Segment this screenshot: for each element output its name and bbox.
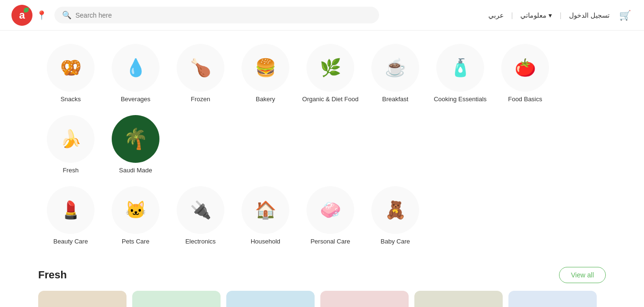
category-emoji-saudi: 🌴	[116, 120, 155, 158]
fresh-section: Fresh View all 🧀🍗🐔🌭🥩🧀	[0, 259, 644, 307]
category-label-fresh: Fresh	[63, 167, 78, 175]
category-emoji-breakfast: ☕	[376, 49, 414, 87]
category-label-household: Household	[251, 238, 280, 246]
login-btn[interactable]: تسجيل الدخول	[569, 11, 610, 19]
product-img-p6: 🧀	[508, 291, 597, 307]
header: a 📍 🔍 عربي | معلوماتي ▾ | تسجيل الدخول 🛒	[0, 0, 644, 31]
category-img-snacks: 🥨	[47, 44, 95, 92]
category-label-personal: Personal Care	[310, 238, 350, 246]
category-label-cooking: Cooking Essentials	[434, 95, 487, 104]
cart-icon[interactable]: 🛒	[617, 8, 633, 23]
chevron-down-icon: ▾	[549, 11, 552, 19]
category-item-cooking[interactable]: 🧴Cooking Essentials	[432, 44, 489, 104]
category-img-food-basics: 🍅	[501, 44, 549, 92]
category-img-beverages: 💧	[112, 44, 159, 92]
category-emoji-cooking: 🧴	[441, 49, 479, 87]
category-emoji-food-basics: 🍅	[506, 49, 544, 87]
view-all-button[interactable]: View all	[559, 267, 606, 283]
product-card-p4[interactable]: 🌭	[320, 291, 409, 307]
divider-1: |	[511, 11, 513, 19]
category-label-organic: Organic & Diet Food	[302, 95, 359, 104]
category-emoji-organic: 🌿	[311, 49, 349, 87]
category-img-electronics: 🔌	[177, 186, 224, 234]
category-emoji-beverages: 💧	[116, 49, 155, 87]
logo-area[interactable]: a 📍	[11, 5, 47, 26]
product-card-p5[interactable]: 🥩	[414, 291, 503, 307]
category-emoji-beauty: 💄	[52, 191, 90, 229]
category-item-frozen[interactable]: 🍗Frozen	[172, 44, 229, 104]
category-item-personal[interactable]: 🧼Personal Care	[302, 186, 359, 246]
category-emoji-snacks: 🥨	[52, 49, 90, 87]
category-label-pets: Pets Care	[122, 238, 149, 246]
category-img-saudi: 🌴	[112, 115, 159, 163]
arabic-lang-btn[interactable]: عربي	[488, 11, 504, 19]
category-label-snacks: Snacks	[61, 95, 81, 104]
category-item-pets[interactable]: 🐱Pets Care	[107, 186, 164, 246]
category-item-beauty[interactable]: 💄Beauty Care	[42, 186, 99, 246]
category-item-organic[interactable]: 🌿Organic & Diet Food	[302, 44, 359, 104]
category-label-frozen: Frozen	[191, 95, 210, 104]
category-item-baby[interactable]: 🧸Baby Care	[367, 186, 424, 246]
product-card-p2[interactable]: 🍗	[132, 291, 221, 307]
category-item-beverages[interactable]: 💧Beverages	[107, 44, 164, 104]
search-bar[interactable]: 🔍	[54, 7, 379, 23]
category-emoji-fresh: 🍌	[52, 120, 90, 158]
saudi-palm-icon: 🌴	[123, 129, 148, 149]
category-label-beauty: Beauty Care	[53, 238, 88, 246]
category-label-saudi: Saudi Made	[119, 167, 152, 175]
category-item-food-basics[interactable]: 🍅Food Basics	[496, 44, 554, 104]
info-menu[interactable]: معلوماتي ▾	[520, 11, 552, 19]
category-item-saudi[interactable]: 🌴Saudi Made	[107, 115, 164, 175]
search-icon: 🔍	[62, 11, 72, 20]
search-input[interactable]	[75, 11, 371, 19]
category-emoji-pets: 🐱	[116, 191, 155, 229]
category-img-household: 🏠	[242, 186, 289, 234]
product-img-p5: 🥩	[414, 291, 503, 307]
category-label-electronics: Electronics	[185, 238, 216, 246]
category-img-cooking: 🧴	[436, 44, 484, 92]
category-emoji-electronics: 🔌	[181, 191, 220, 229]
categories-section: 🥨Snacks💧Beverages🍗Frozen🍔Bakery🌿Organic …	[0, 31, 644, 259]
category-item-bakery[interactable]: 🍔Bakery	[237, 44, 294, 104]
category-img-baby: 🧸	[371, 186, 419, 234]
category-label-bakery: Bakery	[256, 95, 275, 104]
product-card-p1[interactable]: 🧀	[38, 291, 127, 307]
info-label: معلوماتي	[520, 11, 547, 19]
product-img-p4: 🌭	[320, 291, 409, 307]
category-img-personal: 🧼	[306, 186, 354, 234]
category-img-beauty: 💄	[47, 186, 95, 234]
categories-grid-row2: 💄Beauty Care🐱Pets Care🔌Electronics🏠House…	[38, 180, 606, 252]
category-item-breakfast[interactable]: ☕Breakfast	[367, 44, 424, 104]
category-img-fresh: 🍌	[47, 115, 95, 163]
category-label-breakfast: Breakfast	[382, 95, 409, 104]
header-right: عربي | معلوماتي ▾ | تسجيل الدخول 🛒	[488, 8, 633, 23]
products-row: 🧀🍗🐔🌭🥩🧀	[38, 291, 606, 307]
category-label-food-basics: Food Basics	[508, 95, 542, 104]
category-emoji-household: 🏠	[246, 191, 285, 229]
logo-leaf	[24, 8, 29, 12]
category-label-beverages: Beverages	[121, 95, 150, 104]
fresh-title: Fresh	[38, 269, 67, 281]
category-emoji-frozen: 🍗	[181, 49, 220, 87]
product-card-p3[interactable]: 🐔	[226, 291, 315, 307]
product-img-p2: 🍗	[132, 291, 221, 307]
category-emoji-personal: 🧼	[311, 191, 349, 229]
category-img-organic: 🌿	[306, 44, 354, 92]
category-emoji-baby: 🧸	[376, 191, 414, 229]
logo: a	[11, 5, 32, 26]
location-icon[interactable]: 📍	[36, 10, 47, 21]
divider-2: |	[560, 11, 561, 19]
category-img-breakfast: ☕	[371, 44, 419, 92]
category-img-pets: 🐱	[112, 186, 159, 234]
category-img-frozen: 🍗	[177, 44, 224, 92]
category-item-electronics[interactable]: 🔌Electronics	[172, 186, 229, 246]
category-label-baby: Baby Care	[380, 238, 410, 246]
product-img-p3: 🐔	[226, 291, 315, 307]
product-card-p6[interactable]: 🧀	[508, 291, 597, 307]
category-item-household[interactable]: 🏠Household	[237, 186, 294, 246]
categories-grid-row1: 🥨Snacks💧Beverages🍗Frozen🍔Bakery🌿Organic …	[38, 38, 606, 180]
fresh-header: Fresh View all	[38, 267, 606, 283]
category-img-bakery: 🍔	[242, 44, 289, 92]
category-item-fresh[interactable]: 🍌Fresh	[42, 115, 99, 175]
category-item-snacks[interactable]: 🥨Snacks	[42, 44, 99, 104]
